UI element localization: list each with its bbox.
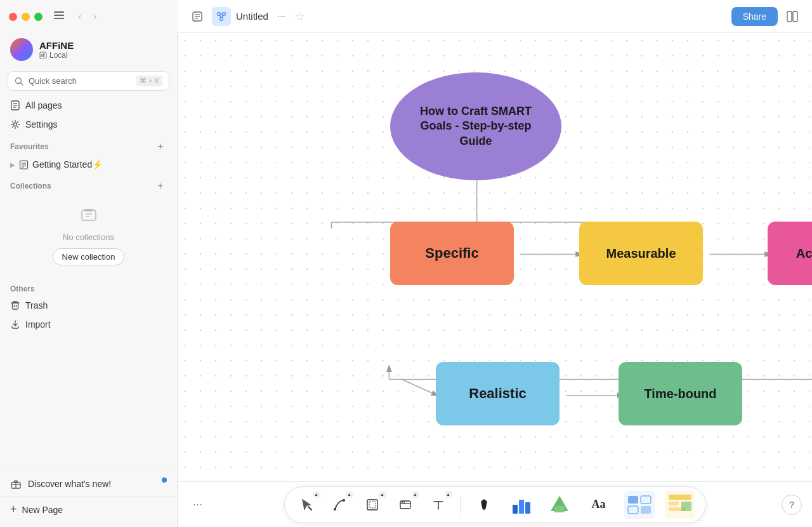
add-favourite-button[interactable]: + (154, 140, 167, 153)
workspace-label: Local (39, 51, 74, 60)
sidebar-item-all-pages[interactable]: All pages (0, 96, 177, 115)
svg-line-7 (21, 83, 23, 85)
svg-rect-65 (525, 502, 530, 514)
svg-rect-67 (554, 506, 565, 512)
bottom-toolbar: ··· ▲ ▲ (178, 481, 812, 527)
topbar: Untitled ··· ☆ Share (178, 0, 812, 33)
favourites-title: Favourites (10, 142, 49, 151)
collections-section: Collections + (0, 173, 177, 195)
add-collection-button[interactable]: + (154, 180, 167, 192)
pen-tool-button[interactable] (471, 491, 497, 518)
shape-preset-1[interactable] (508, 491, 535, 519)
svg-rect-69 (641, 496, 651, 504)
realistic-label: Realistic (469, 385, 527, 402)
document-more-button[interactable]: ··· (273, 8, 289, 25)
trash-icon (10, 300, 20, 310)
collections-empty-state: No collections New collection (0, 195, 177, 276)
getting-started-label: Getting Started⚡ (32, 159, 103, 170)
toolbar-right: ? (776, 495, 802, 515)
svg-point-54 (343, 499, 345, 502)
avatar (10, 38, 33, 61)
document-title: Untitled (236, 11, 268, 22)
svg-rect-2 (54, 18, 64, 19)
achievable-node: Achievable (768, 222, 812, 285)
collections-empty-icon (79, 205, 98, 229)
toolbar-divider (460, 496, 461, 514)
canvas[interactable]: How to Craft SMART Goals - Step-by-step … (178, 33, 812, 481)
nav-forward-button[interactable]: › (88, 10, 102, 23)
diagram-title: How to Craft SMART Goals - Step-by-step … (405, 104, 546, 149)
measurable-label: Measurable (606, 246, 676, 261)
tool-arrow-indicator: ▲ (313, 491, 320, 498)
svg-point-31 (218, 12, 221, 15)
text-tool-button[interactable]: ▲ (427, 493, 450, 516)
shape-preset-2[interactable] (546, 491, 573, 519)
svg-rect-72 (669, 495, 691, 500)
template-preset-1[interactable] (624, 491, 655, 519)
search-icon (15, 77, 23, 86)
search-placeholder: Quick search (29, 76, 131, 86)
pages-icon (10, 100, 20, 110)
no-collections-text: No collections (63, 232, 114, 242)
tool-arrow-indicator-2: ▲ (346, 491, 353, 498)
all-pages-label: All pages (25, 100, 62, 110)
realistic-node: Realistic (436, 362, 560, 425)
select-tool-button[interactable]: ▲ (295, 493, 318, 516)
svg-line-35 (222, 15, 223, 18)
maximize-button[interactable] (34, 13, 43, 21)
timebound-node: Time-bound (619, 362, 742, 425)
toolbar-more-button[interactable]: ··· (188, 495, 213, 514)
minimize-button[interactable] (22, 13, 30, 21)
connector-tool-button[interactable]: ▲ (328, 493, 351, 516)
toolbar-left: ··· (188, 495, 213, 514)
discover-label: Discover what's new! (28, 479, 111, 489)
sidebar-item-settings[interactable]: Settings (0, 115, 177, 134)
frame-tool-button[interactable]: ▲ (361, 493, 384, 516)
tool-arrow-indicator-3: ▲ (379, 491, 386, 498)
svg-rect-71 (641, 506, 651, 514)
timebound-label: Time-bound (644, 387, 716, 401)
sidebar: AFFiNE Local Quick search ⌘ + K (0, 0, 178, 527)
sidebar-item-trash[interactable]: Trash (0, 296, 177, 315)
close-button[interactable] (9, 13, 17, 21)
svg-rect-73 (669, 502, 679, 505)
user-name: AFFiNE (39, 40, 74, 51)
template-preset-2[interactable] (665, 491, 695, 519)
nav-back-button[interactable]: ‹ (73, 10, 87, 23)
discover-button[interactable]: Discover what's new! (0, 472, 177, 495)
svg-rect-56 (369, 502, 376, 508)
traffic-lights[interactable] (9, 13, 43, 21)
quick-search[interactable]: Quick search ⌘ + K (8, 71, 169, 91)
svg-rect-21 (13, 303, 18, 309)
settings-icon (10, 119, 20, 130)
new-page-button[interactable]: + New Page (0, 497, 177, 522)
discover-notification-dot (162, 477, 167, 483)
embed-tool-button[interactable]: ▲ (394, 493, 417, 516)
document-mode-button[interactable] (188, 7, 207, 26)
others-section: Others (0, 278, 177, 296)
layout-toggle-button[interactable] (783, 7, 802, 26)
svg-point-12 (14, 123, 17, 126)
sidebar-item-import[interactable]: Import (0, 315, 177, 334)
expand-icon: ▶ (10, 161, 15, 168)
share-button[interactable]: Share (731, 7, 778, 26)
svg-point-59 (402, 502, 403, 503)
canvas-mode-button[interactable] (212, 7, 231, 26)
import-label: Import (25, 319, 51, 330)
svg-rect-18 (84, 209, 93, 211)
sidebar-toggle-icon[interactable] (53, 9, 65, 24)
user-profile: AFFiNE Local (0, 33, 177, 69)
workspace-icon (39, 51, 47, 59)
svg-rect-64 (519, 500, 524, 514)
collections-icon (79, 205, 98, 224)
measurable-node: Measurable (579, 222, 703, 285)
help-button[interactable]: ? (782, 495, 802, 515)
sidebar-item-getting-started[interactable]: ▶ Getting Started⚡ (0, 156, 177, 173)
new-page-label: New Page (22, 505, 63, 515)
text-style-button[interactable]: Aa (584, 493, 614, 516)
tool-arrow-indicator-5: ▲ (445, 491, 452, 498)
new-collection-button[interactable]: New collection (53, 248, 125, 265)
svg-point-60 (403, 502, 405, 503)
import-icon (10, 319, 20, 330)
favourite-button[interactable]: ☆ (294, 10, 304, 23)
